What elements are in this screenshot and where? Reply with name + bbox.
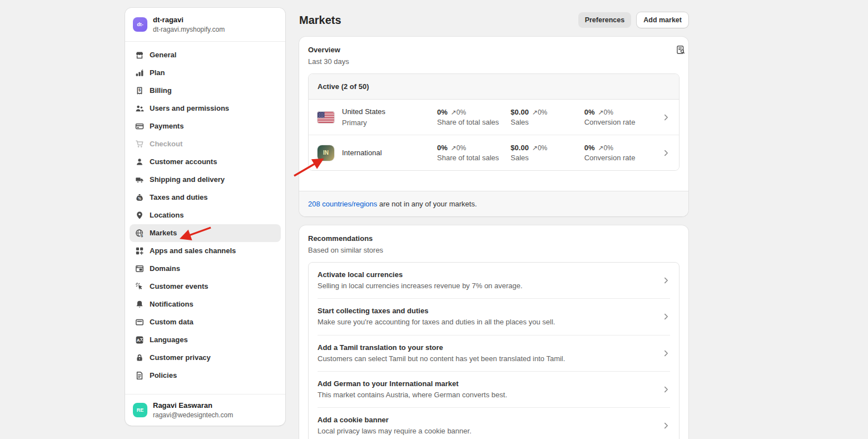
stat-delta: ↗0% <box>532 144 547 152</box>
sidebar-item-locations[interactable]: Locations <box>130 206 281 224</box>
sidebar-item-policies[interactable]: Policies <box>130 367 281 384</box>
delta-arrow-icon: ↗ <box>598 108 603 116</box>
svg-text:$: $ <box>138 88 141 92</box>
sidebar-item-users-and-permissions[interactable]: Users and permissions <box>130 100 281 117</box>
sidebar-item-custom-data[interactable]: Custom data <box>130 313 281 331</box>
recommendation-activate-local-currencies[interactable]: Activate local currencies Selling in loc… <box>309 263 679 298</box>
sidebar-item-label: Custom data <box>150 318 194 326</box>
sidebar-item-billing[interactable]: $ Billing <box>130 82 281 100</box>
stat-conversion: 0%↗0% Conversion rate <box>584 144 658 162</box>
us-flag-icon <box>318 112 334 123</box>
sidebar-item-notifications[interactable]: Notifications <box>130 295 281 313</box>
stat-value: 0% <box>437 108 448 116</box>
chevron-right-icon <box>662 349 670 357</box>
sidebar-item-label: Users and permissions <box>150 104 229 112</box>
sidebar-item-markets[interactable]: $ Markets <box>130 224 281 242</box>
recommendation-title: Add a cookie banner <box>318 415 472 426</box>
sidebar-item-label: Taxes and duties <box>150 193 208 201</box>
recommendations-card: Recommendations Based on similar stores … <box>299 225 688 439</box>
countries-regions-link[interactable]: 208 countries/regions <box>308 200 377 208</box>
preferences-button[interactable]: Preferences <box>578 12 632 28</box>
header-actions: Preferences Add market <box>578 12 688 28</box>
sidebar-item-customer-privacy[interactable]: Customer privacy <box>130 349 281 367</box>
recommendation-add-german[interactable]: Add German to your International market … <box>309 372 679 407</box>
chevron-right-icon <box>662 277 670 284</box>
sidebar-item-checkout: Checkout <box>130 135 281 153</box>
stat-value: 0% <box>437 144 448 152</box>
recommendation-text: Activate local currencies Selling in loc… <box>318 269 523 292</box>
overview-card: Overview Last 30 days Active (2 of 50) <box>299 37 688 216</box>
sidebar-item-label: Policies <box>150 371 177 379</box>
stat-label: Share of total sales <box>437 118 510 126</box>
recommendation-description: Customers can select Tamil but no conten… <box>318 353 565 364</box>
sidebar-item-apps-and-sales-channels[interactable]: Apps and sales channels <box>130 242 281 260</box>
recommendation-add-cookie-banner[interactable]: Add a cookie banner Local privacy laws m… <box>309 408 679 439</box>
recommendation-text: Add German to your International market … <box>318 378 507 401</box>
sidebar-item-shipping-and-delivery[interactable]: Shipping and delivery <box>130 171 281 189</box>
sidebar-item-label: Languages <box>150 336 188 344</box>
store-name: dt-ragavi <box>153 15 225 25</box>
delta-arrow-icon: ↗ <box>532 144 538 152</box>
overview-footer-text: are not in any of your markets. <box>377 200 477 208</box>
sidebar-item-payments[interactable]: Payments <box>130 117 281 135</box>
recommendation-title: Add a Tamil translation to your store <box>318 342 565 353</box>
stat-delta: ↗0% <box>598 144 613 152</box>
recommendation-text: Start collecting taxes and duties Make s… <box>318 305 555 328</box>
stat-label: Conversion rate <box>584 118 658 126</box>
recommendations-subtitle: Based on similar stores <box>308 246 679 254</box>
svg-text:%: % <box>138 196 141 200</box>
recommendation-title: Start collecting taxes and duties <box>318 305 555 317</box>
delta-arrow-icon: ↗ <box>532 108 538 116</box>
add-market-button[interactable]: Add market <box>637 12 688 28</box>
market-row-international[interactable]: IN International 0%↗0% Share of total sa… <box>309 135 679 170</box>
sidebar-item-label: Markets <box>150 229 177 237</box>
stat-delta: ↗0% <box>598 108 613 116</box>
sidebar-item-taxes-and-duties[interactable]: % Taxes and duties <box>130 189 281 206</box>
sidebar-item-customer-events[interactable]: Customer events <box>130 278 281 295</box>
sidebar-item-languages[interactable]: A Languages <box>130 331 281 349</box>
svg-text:$: $ <box>141 233 143 237</box>
main-content: Markets Preferences Add market Overview … <box>299 0 688 439</box>
market-row-united-states[interactable]: United States Primary 0%↗0% Share of tot… <box>309 100 679 135</box>
page-title: Markets <box>299 14 341 27</box>
sidebar-item-label: Billing <box>150 86 172 95</box>
sidebar-item-label: Customer events <box>150 282 208 290</box>
user-avatar: RE <box>133 403 147 417</box>
overview-footer: 208 countries/regions are not in any of … <box>299 191 688 216</box>
sidebar-item-customer-accounts[interactable]: Customer accounts <box>130 153 281 171</box>
active-markets-header: Active (2 of 50) <box>309 74 679 100</box>
market-name: United States <box>342 106 437 117</box>
globe-icon: $ <box>135 228 145 238</box>
user-name: Ragavi Easwaran <box>153 401 233 411</box>
user-footer: RE Ragavi Easwaran ragavi@wedesigntech.c… <box>125 394 285 426</box>
svg-text:A: A <box>137 338 140 343</box>
user-email: ragavi@wedesigntech.com <box>153 411 233 420</box>
stat-value: $0.00 <box>510 144 529 152</box>
stat-sales: $0.00↗0% Sales <box>510 144 584 162</box>
market-name-block: International <box>342 147 437 159</box>
location-pin-icon <box>135 210 145 220</box>
search-list-icon-button[interactable] <box>673 43 688 58</box>
recommendations-body: Recommendations Based on similar stores … <box>299 225 688 439</box>
truck-icon <box>135 175 145 185</box>
sidebar-item-label: General <box>150 51 176 59</box>
stat-label: Share of total sales <box>437 154 510 162</box>
sidebar-item-label: Customer accounts <box>150 157 217 166</box>
stat-delta: ↗0% <box>451 108 466 116</box>
store-avatar: dt- <box>133 17 147 32</box>
delta-arrow-icon: ↗ <box>451 108 457 116</box>
sidebar-item-general[interactable]: General <box>130 46 281 64</box>
chevron-right-icon <box>658 149 670 157</box>
domains-icon <box>135 264 145 274</box>
user-info: Ragavi Easwaran ragavi@wedesigntech.com <box>153 401 233 420</box>
recommendation-add-tamil-translation[interactable]: Add a Tamil translation to your store Cu… <box>309 336 679 371</box>
sidebar-item-domains[interactable]: Domains <box>130 260 281 278</box>
store-domain: dt-ragavi.myshopify.com <box>153 25 225 34</box>
store-header: dt- dt-ragavi dt-ragavi.myshopify.com <box>125 8 285 42</box>
recommendation-start-collecting-taxes[interactable]: Start collecting taxes and duties Make s… <box>309 299 679 334</box>
cart-icon <box>135 139 145 149</box>
sidebar-item-label: Domains <box>150 264 180 273</box>
recommendation-text: Add a cookie banner Local privacy laws m… <box>318 415 472 437</box>
sidebar-item-label: Checkout <box>150 140 182 148</box>
sidebar-item-plan[interactable]: Plan <box>130 64 281 82</box>
